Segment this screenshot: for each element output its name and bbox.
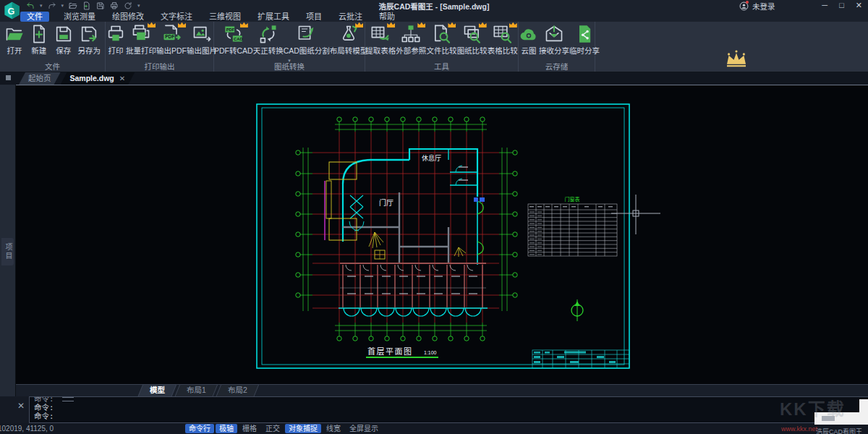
status-toggle-0[interactable]: 命令行 (185, 424, 214, 433)
menu-item-6[interactable]: 项目 (304, 12, 324, 22)
layout2model-icon (339, 24, 359, 44)
account-area[interactable]: 未登录 (739, 1, 775, 12)
command-panel[interactable]: 命令:命令:命令: (29, 396, 868, 423)
status-toggle-1[interactable]: 极轴 (216, 424, 237, 433)
app-logo-icon[interactable]: G (2, 1, 22, 20)
app-window: 浩辰CAD看图王 - [Sample.dwg] ▾▾▾ 未登录 ─ □ ✕ G … (0, 0, 868, 434)
menu-item-5[interactable]: 扩展工具 (255, 12, 292, 22)
tool-extracttable-button[interactable]: 提取表格 (365, 24, 396, 56)
layout-tab-label: 布局1 (187, 385, 206, 396)
tool-label: 临时分享 (569, 45, 600, 56)
tool-imgout-button[interactable]: 输出图片 (187, 24, 217, 56)
tool-label: 保存 (56, 45, 71, 56)
vip-crown-icon (723, 49, 750, 68)
tool-filecompare-button[interactable]: 文件比较 (426, 24, 456, 56)
pdfout-icon: PDF (161, 24, 182, 44)
cadsplit-icon (297, 24, 317, 44)
tool-label: CAD图纸分割 (284, 45, 330, 56)
doc-tab-label: 起始页 (28, 72, 51, 85)
menu-item-2[interactable]: 绘图修改 (110, 12, 146, 22)
tool-print-button[interactable]: 打印 (106, 24, 126, 56)
tool-label: 新建 (31, 45, 46, 56)
title-bar: 浩辰CAD看图王 - [Sample.dwg] ▾▾▾ 未登录 ─ □ ✕ (0, 0, 868, 11)
tool-pdfout-button[interactable]: PDF输出PDF (156, 24, 187, 56)
watermark-brand: 浩辰CAD看图王 (816, 427, 862, 434)
menu-item-0[interactable]: 文件 (20, 12, 49, 22)
command-input[interactable]: 命令: (34, 412, 864, 420)
command-resize-grip[interactable] (62, 397, 74, 401)
redo-dropdown-icon[interactable]: ▾ (61, 1, 64, 10)
tab-close-icon[interactable]: ✕ (119, 72, 125, 85)
save-icon[interactable] (96, 1, 105, 10)
tool-tablecompare-button[interactable]: 表格比较 (488, 24, 518, 56)
menu-item-4[interactable]: 三维视图 (207, 12, 243, 22)
menu-item-1[interactable]: 浏览测量 (61, 12, 98, 22)
tool-cadsplit-button[interactable]: CAD图纸分割 (284, 24, 330, 56)
tool-cloud-button[interactable]: 云图 (519, 24, 539, 56)
minimize-button[interactable]: ─ (822, 0, 827, 11)
menu-bar: 文件浏览测量绘图修改文字标注三维视图扩展工具项目云批注帮助 (0, 11, 868, 22)
customize-dropdown-icon[interactable]: ▾ (137, 1, 140, 10)
menu-item-7[interactable]: 云批注 (336, 12, 365, 22)
room-label-lounge: 休息厅 (422, 154, 441, 162)
print-icon[interactable] (110, 1, 119, 10)
doc-tab-0[interactable]: 起始页 (19, 72, 61, 85)
close-button[interactable]: ✕ (856, 0, 862, 11)
layout-tab-2[interactable]: 布局2 (216, 384, 259, 396)
status-toggle-3[interactable]: 正交 (262, 424, 284, 433)
layout-tab-1[interactable]: 布局1 (175, 384, 218, 396)
tool-xref-button[interactable]: 外部参照 (396, 24, 426, 56)
tool-receiveshare-button[interactable]: 接收分享 (539, 24, 569, 56)
undo-dropdown-icon[interactable]: ▾ (40, 1, 43, 10)
extracttable-icon (370, 24, 391, 44)
svg-text:CAD: CAD (234, 37, 243, 41)
ribbon-group-4: 云图接收分享临时分享云存储 (519, 22, 595, 72)
print-icon (106, 24, 126, 44)
open-icon[interactable] (69, 1, 77, 10)
tool-batchprint-button[interactable]: 批量打印 (126, 24, 156, 56)
tool-layout2model-button[interactable]: 布局转模型 (330, 24, 368, 56)
status-toggle-4[interactable]: 对象捕捉 (285, 424, 321, 433)
undo-icon[interactable] (26, 1, 35, 10)
ribbon-group-label: 云存储 (545, 63, 569, 70)
tianzheng-icon (258, 24, 278, 44)
tool-new-button[interactable]: 新建 (29, 24, 49, 56)
tool-label: 外部参照 (396, 45, 426, 56)
tool-pdf2cad-button[interactable]: PDFCADPDF转CAD (214, 24, 253, 56)
layout-tab-0[interactable]: 模型 (138, 384, 177, 396)
saveas-icon (79, 24, 99, 44)
refresh-icon[interactable] (124, 1, 132, 10)
login-status[interactable]: 未登录 (752, 1, 775, 12)
tool-tempshare-button[interactable]: 临时分享 (569, 24, 600, 56)
tool-tianzheng-button[interactable]: 天正转换 (253, 24, 284, 56)
plan-title: 首层平面图 (367, 346, 413, 356)
open-icon (4, 24, 25, 44)
ribbon-group-footer: 云存储 (519, 58, 595, 72)
command-history-line: 命令: (34, 396, 864, 403)
doc-tab-1[interactable]: Sample.dwg✕ (61, 72, 135, 85)
menu-item-3[interactable]: 文字标注 (158, 12, 195, 22)
user-icon[interactable] (739, 1, 749, 11)
quick-access-toolbar: ▾▾▾ (26, 1, 140, 10)
tool-saveas-button[interactable]: 另存为 (78, 24, 101, 56)
command-history-line: 命令: (34, 403, 864, 412)
layout-tab-label: 模型 (150, 385, 165, 396)
status-toggle-6[interactable]: 全屏显示 (346, 424, 382, 433)
tool-open-button[interactable]: 打开 (4, 24, 25, 56)
status-toggle-2[interactable]: 栅格 (239, 424, 260, 433)
drawing-canvas[interactable]: 休息厅 门厅 门窗表 首层平面图 1:100 (16, 85, 868, 384)
tool-label: 打印 (109, 45, 124, 56)
sidebar-tab-project[interactable]: 项目 (1, 238, 14, 265)
command-close-icon[interactable]: ✕ (17, 401, 25, 410)
status-toggle-5[interactable]: 线宽 (323, 424, 344, 433)
tool-drawcompare-button[interactable]: 图纸比较 (457, 24, 488, 56)
pdf2cad-icon: PDFCAD (224, 24, 244, 44)
document-tab-bar: 起始页Sample.dwg✕ (0, 72, 868, 85)
menu-item-8[interactable]: 帮助 (377, 12, 397, 22)
tool-save-button[interactable]: 保存 (54, 24, 74, 56)
redo-icon[interactable] (48, 1, 56, 10)
maximize-button[interactable]: □ (839, 0, 844, 11)
left-panel-strip: 项目 (0, 85, 16, 396)
cad-drawing: 休息厅 门厅 门窗表 首层平面图 1:100 (16, 85, 868, 384)
new-file-icon[interactable] (82, 1, 91, 10)
